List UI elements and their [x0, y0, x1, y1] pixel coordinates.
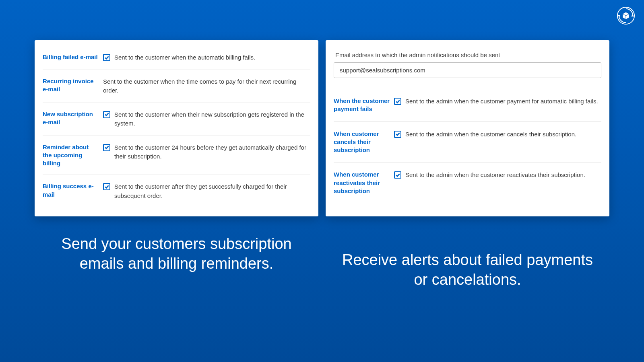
setting-checkbox[interactable]: [394, 131, 401, 138]
setting-row: Recurring invoice e-mail Sent to the cus…: [43, 70, 310, 103]
setting-label: When the customer payment fails: [334, 97, 394, 113]
setting-description: Sent to the admin when the customer paym…: [405, 97, 601, 106]
setting-row: Reminder about the upcoming billing Sent…: [43, 136, 310, 175]
setting-description: Sent to the admin when the customer reac…: [405, 171, 601, 180]
setting-description: Sent to the admin when the customer canc…: [405, 130, 601, 139]
setting-description: Sent to the customer when the time comes…: [103, 77, 310, 95]
setting-checkbox[interactable]: [103, 144, 110, 151]
setting-row: When customer cancels their subscription…: [334, 122, 601, 163]
setting-checkbox[interactable]: [103, 183, 110, 190]
setting-label: When customer cancels their subscription: [334, 130, 394, 154]
svg-marker-1: [631, 14, 634, 16]
setting-description: Sent to the customer 24 hours before the…: [114, 143, 310, 161]
setting-label: Billing success e-mail: [43, 182, 103, 199]
setting-row: When the customer payment fails Sent to …: [334, 89, 601, 122]
customer-emails-panel: Billing failed e-mail Sent to the custom…: [35, 40, 318, 216]
setting-checkbox[interactable]: [394, 98, 401, 105]
caption-right: Receive alerts about failed payments or …: [326, 250, 609, 290]
svg-marker-2: [618, 15, 621, 17]
caption-left: Send your customers subscription emails …: [35, 234, 318, 290]
setting-label: When customer reactivates their subscrip…: [334, 171, 394, 195]
setting-label: Billing failed e-mail: [43, 53, 103, 61]
setting-row: Billing success e-mail Sent to the custo…: [43, 175, 310, 208]
setting-label: Reminder about the upcoming billing: [43, 143, 103, 168]
admin-email-label: Email address to which the admin notific…: [334, 51, 601, 58]
admin-emails-panel: Email address to which the admin notific…: [326, 40, 609, 216]
setting-row: New subscription e-mail Sent to the cust…: [43, 103, 310, 136]
setting-description: Sent to the customer after they get succ…: [114, 182, 310, 200]
setting-description: Sent to the customer when their new subs…: [114, 110, 310, 128]
setting-checkbox[interactable]: [103, 54, 110, 61]
setting-row: When customer reactivates their subscrip…: [334, 162, 601, 203]
brand-logo-icon: [617, 6, 635, 25]
setting-row: Billing failed e-mail Sent to the custom…: [43, 46, 310, 70]
setting-label: New subscription e-mail: [43, 110, 103, 127]
setting-label: Recurring invoice e-mail: [43, 77, 103, 94]
setting-checkbox[interactable]: [394, 171, 401, 179]
admin-email-input[interactable]: [334, 62, 601, 78]
setting-description: Sent to the customer when the automatic …: [114, 53, 310, 62]
setting-checkbox[interactable]: [103, 111, 110, 118]
